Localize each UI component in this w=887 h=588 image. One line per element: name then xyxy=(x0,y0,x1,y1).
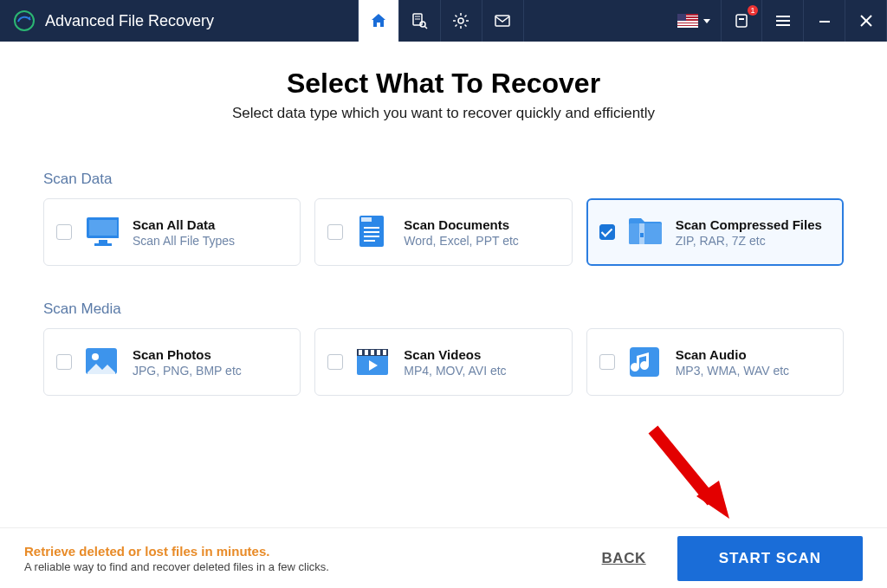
nav-settings[interactable] xyxy=(441,0,482,42)
card-scan-all-data[interactable]: Scan All Data Scan All File Types xyxy=(43,198,301,266)
card-title: Scan Compressed Files xyxy=(676,217,822,232)
card-title: Scan Audio xyxy=(676,347,789,362)
svg-rect-9 xyxy=(739,18,744,20)
nav-menu[interactable] xyxy=(762,0,804,42)
scan-media-row: Scan Photos JPG, PNG, BMP etc Scan Video… xyxy=(43,328,844,396)
chevron-down-icon xyxy=(703,19,710,23)
footer: Retrieve deleted or lost files in minute… xyxy=(0,527,887,588)
card-sub: MP3, WMA, WAV etc xyxy=(676,364,789,378)
card-sub: Word, Excel, PPT etc xyxy=(404,234,519,248)
nav-mail[interactable] xyxy=(482,0,524,42)
promo-sub: A reliable way to find and recover delet… xyxy=(24,560,329,573)
monitor-icon xyxy=(84,215,119,249)
svg-rect-7 xyxy=(495,16,509,26)
card-sub: MP4, MOV, AVI etc xyxy=(404,364,506,378)
svg-point-0 xyxy=(15,11,34,30)
page-subtitle: Select data type which you want to recov… xyxy=(43,105,844,122)
svg-line-39 xyxy=(653,430,712,501)
svg-rect-26 xyxy=(629,223,662,244)
section-scan-media-label: Scan Media xyxy=(43,300,844,318)
nav-search-files[interactable] xyxy=(399,0,441,42)
nav-notifications[interactable]: 1 xyxy=(721,0,762,42)
photo-icon xyxy=(84,345,119,379)
titlebar-nav xyxy=(358,0,524,42)
start-scan-button[interactable]: START SCAN xyxy=(677,536,863,581)
checkbox[interactable] xyxy=(599,224,615,240)
zip-folder-icon xyxy=(627,215,662,249)
card-title: Scan Documents xyxy=(404,217,519,232)
window-close[interactable] xyxy=(845,0,887,42)
card-title: Scan Photos xyxy=(133,347,242,362)
footer-promo: Retrieve deleted or lost files in minute… xyxy=(24,544,329,573)
card-title: Scan Videos xyxy=(404,347,506,362)
checkbox[interactable] xyxy=(327,224,343,240)
svg-rect-21 xyxy=(361,217,372,222)
app-logo-icon xyxy=(12,9,36,33)
nav-home[interactable] xyxy=(358,0,399,42)
red-arrow-annotation xyxy=(636,417,740,529)
card-scan-photos[interactable]: Scan Photos JPG, PNG, BMP etc xyxy=(43,328,301,396)
checkbox[interactable] xyxy=(327,354,343,370)
card-sub: ZIP, RAR, 7Z etc xyxy=(676,234,822,248)
svg-rect-17 xyxy=(89,220,117,236)
video-icon xyxy=(355,345,390,379)
checkbox[interactable] xyxy=(56,224,72,240)
card-sub: Scan All File Types xyxy=(133,234,235,248)
svg-rect-36 xyxy=(377,350,380,355)
svg-rect-34 xyxy=(365,350,368,355)
svg-rect-18 xyxy=(99,240,107,243)
card-title: Scan All Data xyxy=(133,217,235,232)
card-scan-audio[interactable]: Scan Audio MP3, WMA, WAV etc xyxy=(586,328,844,396)
svg-rect-33 xyxy=(359,350,362,355)
audio-icon xyxy=(627,345,662,379)
svg-rect-28 xyxy=(640,233,644,237)
section-scan-data-label: Scan Data xyxy=(43,171,844,188)
svg-marker-40 xyxy=(696,481,729,519)
document-icon xyxy=(355,215,390,249)
svg-rect-37 xyxy=(383,350,386,355)
svg-rect-35 xyxy=(371,350,374,355)
main-content: Select What To Recover Select data type … xyxy=(0,42,887,396)
promo-title: Retrieve deleted or lost files in minute… xyxy=(24,544,329,559)
titlebar: Advanced File Recovery 1 xyxy=(0,0,887,42)
back-button[interactable]: BACK xyxy=(602,550,646,567)
svg-point-6 xyxy=(458,18,463,23)
card-scan-videos[interactable]: Scan Videos MP4, MOV, AVI etc xyxy=(314,328,572,396)
checkbox[interactable] xyxy=(56,354,72,370)
card-scan-compressed[interactable]: Scan Compressed Files ZIP, RAR, 7Z etc xyxy=(586,198,844,266)
card-sub: JPG, PNG, BMP etc xyxy=(133,364,242,378)
svg-rect-19 xyxy=(94,243,112,246)
flag-us-icon xyxy=(677,14,698,28)
card-scan-documents[interactable]: Scan Documents Word, Excel, PPT etc xyxy=(314,198,572,266)
svg-point-30 xyxy=(92,353,99,360)
language-selector[interactable] xyxy=(667,0,721,42)
notification-badge: 1 xyxy=(748,5,758,16)
scan-data-row: Scan All Data Scan All File Types Scan D… xyxy=(43,198,844,266)
app-title: Advanced File Recovery xyxy=(45,12,214,30)
window-minimize[interactable] xyxy=(804,0,845,42)
checkbox[interactable] xyxy=(599,354,615,370)
svg-rect-8 xyxy=(736,15,747,27)
svg-line-5 xyxy=(424,26,427,29)
page-title: Select What To Recover xyxy=(43,68,844,100)
